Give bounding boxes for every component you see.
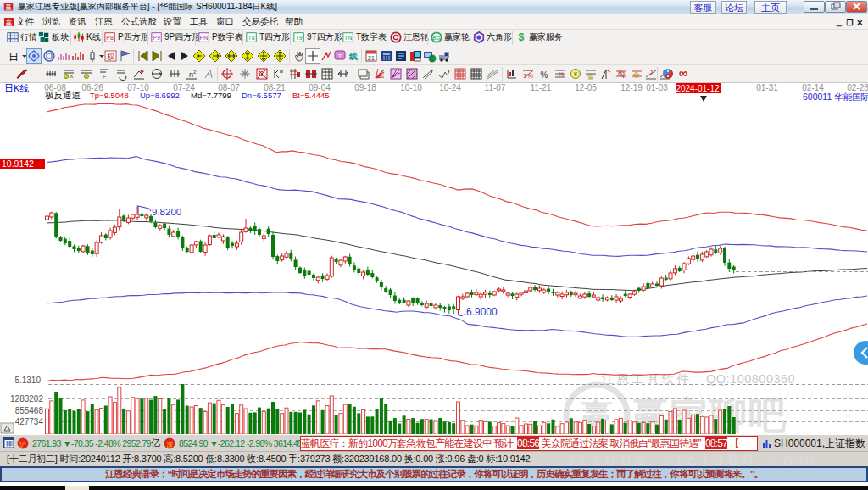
svg-text:2: 2 bbox=[193, 70, 197, 75]
svg-text:沪: 沪 bbox=[19, 440, 26, 448]
svg-text:10.9142: 10.9142 bbox=[2, 159, 34, 169]
svg-text:权: 权 bbox=[106, 53, 114, 61]
svg-text:01-03: 01-03 bbox=[646, 83, 668, 92]
svg-text:10-10: 10-10 bbox=[400, 83, 422, 92]
svg-text:¥: ¥ bbox=[574, 71, 577, 77]
svg-text:P9: P9 bbox=[153, 35, 160, 41]
svg-text:深: 深 bbox=[166, 440, 173, 448]
svg-text:12-19: 12-19 bbox=[620, 83, 643, 92]
svg-text:F: F bbox=[103, 73, 107, 81]
svg-text:21: 21 bbox=[368, 55, 375, 61]
svg-text:极反通道: 极反通道 bbox=[44, 90, 81, 100]
svg-text:日K线: 日K线 bbox=[4, 83, 29, 93]
svg-text:855468: 855468 bbox=[15, 406, 44, 415]
svg-text:线: 线 bbox=[348, 52, 358, 61]
svg-text:金: 金 bbox=[587, 73, 594, 81]
svg-text:9.8200: 9.8200 bbox=[152, 207, 181, 217]
svg-text:12-05: 12-05 bbox=[575, 83, 597, 92]
svg-text:T8: T8 bbox=[248, 35, 254, 41]
svg-text:Dn=6.5577: Dn=6.5577 bbox=[242, 91, 281, 100]
svg-text:427734: 427734 bbox=[15, 417, 44, 426]
svg-text:T: T bbox=[338, 53, 342, 60]
svg-text:赢: 赢 bbox=[6, 19, 13, 27]
svg-text:%: % bbox=[541, 70, 548, 80]
svg-text:11-07: 11-07 bbox=[485, 83, 506, 92]
svg-text:赢: 赢 bbox=[5, 3, 12, 11]
svg-text:金: 金 bbox=[632, 71, 640, 79]
svg-text:BG: BG bbox=[433, 35, 441, 41]
svg-text:1283202: 1283202 bbox=[10, 394, 43, 404]
svg-text:PN: PN bbox=[200, 35, 209, 41]
svg-text:江恩工具软件: 江恩工具软件 bbox=[602, 372, 692, 386]
svg-text:Tp=9.5048: Tp=9.5048 bbox=[90, 91, 129, 100]
svg-text:日: 日 bbox=[8, 51, 19, 63]
svg-text:600011 华能国际: 600011 华能国际 bbox=[803, 92, 868, 102]
svg-text:5.1310: 5.1310 bbox=[14, 376, 41, 385]
svg-text:T9: T9 bbox=[295, 35, 302, 41]
svg-text:11-21: 11-21 bbox=[531, 83, 552, 92]
svg-text:J: J bbox=[649, 69, 653, 76]
svg-text:6.9000: 6.9000 bbox=[466, 306, 498, 318]
svg-text:TN: TN bbox=[344, 35, 352, 41]
svg-text:7%: 7% bbox=[523, 72, 533, 80]
svg-text:10-24: 10-24 bbox=[439, 83, 461, 92]
svg-text:%: % bbox=[559, 71, 564, 77]
svg-text:Up=8.6992: Up=8.6992 bbox=[140, 91, 180, 100]
svg-text:Md=7.7799: Md=7.7799 bbox=[191, 91, 231, 100]
svg-text:$: $ bbox=[519, 31, 525, 43]
svg-text:09-18: 09-18 bbox=[354, 83, 376, 92]
svg-text:Bt=5.4445: Bt=5.4445 bbox=[292, 91, 330, 100]
svg-text:01-31: 01-31 bbox=[756, 83, 778, 92]
svg-text:2024-01-12: 2024-01-12 bbox=[676, 84, 720, 93]
svg-text:QQ:100800360: QQ:100800360 bbox=[706, 372, 795, 386]
svg-text:P8: P8 bbox=[106, 35, 114, 41]
